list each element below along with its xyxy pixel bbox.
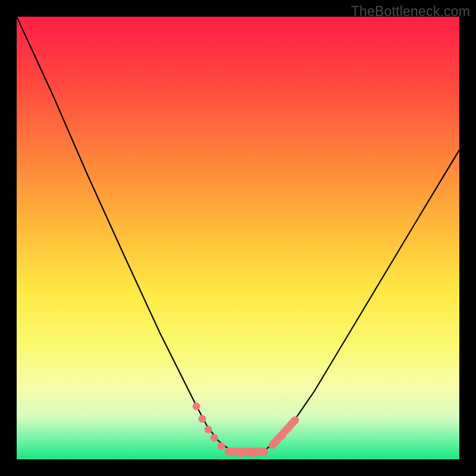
svg-point-9 (273, 438, 280, 446)
svg-point-6 (238, 450, 246, 458)
bottleneck-curve (17, 17, 459, 453)
watermark-text: TheBottleneck.com (351, 4, 470, 20)
plot-area (17, 17, 459, 459)
svg-point-1 (199, 415, 206, 423)
svg-point-0 (193, 403, 201, 411)
svg-point-8 (259, 447, 267, 455)
svg-point-7 (249, 450, 256, 458)
svg-point-11 (284, 425, 292, 433)
chart-svg (17, 17, 459, 459)
svg-point-5 (227, 448, 235, 456)
svg-point-4 (218, 443, 226, 450)
svg-point-2 (205, 426, 212, 434)
svg-point-12 (290, 418, 298, 425)
svg-point-10 (278, 432, 286, 440)
svg-point-3 (211, 434, 218, 442)
